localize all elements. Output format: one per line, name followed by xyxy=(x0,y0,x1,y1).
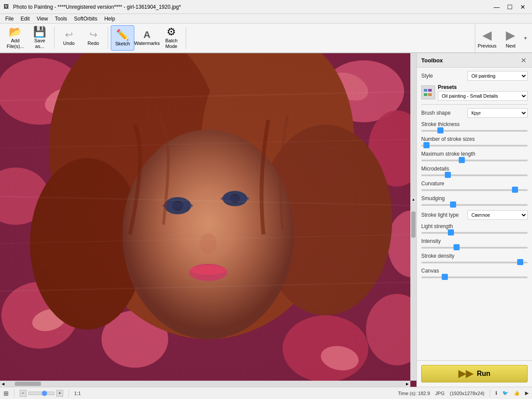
run-icon: ▶▶ xyxy=(458,368,473,379)
stroke-light-type-label: Stroke light type xyxy=(421,212,465,218)
canvas-track[interactable] xyxy=(421,276,528,278)
twitter-icon[interactable]: 🐦 xyxy=(502,390,508,396)
stroke-density-track[interactable] xyxy=(421,262,528,263)
max-stroke-length-track[interactable] xyxy=(421,160,528,161)
light-strength-section: Light strength xyxy=(421,223,528,234)
canvas-thumb[interactable] xyxy=(442,274,448,280)
microdetails-track[interactable] xyxy=(421,174,528,176)
menu-softorbits[interactable]: SoftOrbits xyxy=(71,15,101,23)
smudging-track[interactable] xyxy=(421,204,528,206)
num-stroke-sizes-track[interactable] xyxy=(421,145,528,147)
toolbox-close-button[interactable]: ✕ xyxy=(519,56,528,65)
stroke-density-section: Stroke density xyxy=(421,253,528,263)
save-as-button[interactable]: 💾 Save as... xyxy=(28,25,51,51)
previous-icon: ◀ xyxy=(482,28,492,42)
scroll-thumb-horizontal[interactable] xyxy=(15,382,41,386)
canvas-area[interactable]: ▲ ◀ ▶ xyxy=(0,53,416,387)
vertical-scrollbar[interactable]: ▲ xyxy=(410,53,416,381)
stroke-light-type-row: Stroke light type Светлое Тёмное Нет xyxy=(421,210,528,220)
presets-svg xyxy=(423,87,433,98)
stroke-thickness-section: Stroke thickness xyxy=(421,121,528,132)
status-bar: ⊞ − + 1:1 Time (s): 182.9 JPG (1920x1278… xyxy=(0,387,532,399)
undo-icon: ↩ xyxy=(65,30,73,40)
presets-select[interactable]: Oil painting - Small Details Oil paintin… xyxy=(438,91,528,101)
max-stroke-length-section: Maximum stroke length xyxy=(421,151,528,161)
max-stroke-length-label: Maximum stroke length xyxy=(421,151,528,157)
stroke-light-type-select[interactable]: Светлое Тёмное Нет xyxy=(467,210,528,220)
watermarks-button[interactable]: A Watermarks xyxy=(135,25,159,51)
previous-label: Previous xyxy=(478,43,497,48)
svg-rect-43 xyxy=(428,93,432,96)
brush-shape-select[interactable]: Круг Квадрат xyxy=(467,108,528,118)
run-button[interactable]: ▶▶ Run xyxy=(421,365,528,382)
undo-button[interactable]: ↩ Undo xyxy=(57,25,81,51)
max-stroke-length-thumb[interactable] xyxy=(459,157,465,163)
menu-help[interactable]: Help xyxy=(101,15,119,23)
batch-mode-button[interactable]: ⚙ Batch Mode xyxy=(160,25,183,51)
zoom-out-button[interactable]: − xyxy=(20,390,27,397)
toolbox-content: Style Oil painting Watercolor Pencil ske… xyxy=(417,68,532,360)
zoom-slider-thumb[interactable] xyxy=(42,391,47,396)
num-stroke-sizes-label: Number of stroke sizes xyxy=(421,136,528,142)
zoom-control: − + xyxy=(20,390,63,397)
batch-mode-label: Batch Mode xyxy=(165,38,177,49)
toolbar-separator-1 xyxy=(54,27,55,49)
status-sep-1 xyxy=(14,389,14,397)
menu-edit[interactable]: Edit xyxy=(17,15,33,23)
menu-tools[interactable]: Tools xyxy=(51,15,71,23)
save-as-label: Save as... xyxy=(34,38,45,49)
menu-file[interactable]: File xyxy=(2,15,17,23)
stroke-thickness-thumb[interactable] xyxy=(437,127,443,133)
scroll-up-arrow[interactable]: ▲ xyxy=(410,197,416,203)
stroke-thickness-track[interactable] xyxy=(421,130,528,132)
next-button[interactable]: ▶ Next xyxy=(499,23,522,53)
light-strength-track[interactable] xyxy=(421,232,528,234)
curvature-thumb[interactable] xyxy=(512,187,518,193)
light-strength-label: Light strength xyxy=(421,223,528,229)
num-stroke-sizes-thumb[interactable] xyxy=(423,142,430,148)
toolbox-header: Toolbox ✕ xyxy=(417,53,532,68)
sketch-label: Sketch xyxy=(115,41,130,46)
title-bar: 🖼 Photo to Painting - ****Unregistered v… xyxy=(0,0,532,14)
curvature-track[interactable] xyxy=(421,189,528,191)
add-files-button[interactable]: 📂 Add File(s)... xyxy=(3,25,27,51)
style-row: Style Oil painting Watercolor Pencil ske… xyxy=(421,71,528,81)
minimize-button[interactable]: — xyxy=(491,1,502,13)
zoom-in-button[interactable]: + xyxy=(56,390,63,397)
light-strength-thumb[interactable] xyxy=(448,229,454,235)
sketch-icon: ✏️ xyxy=(116,30,129,40)
add-files-icon: 📂 xyxy=(9,27,22,37)
intensity-thumb[interactable] xyxy=(454,244,460,250)
zoom-slider-track[interactable] xyxy=(28,392,55,395)
sketch-button[interactable]: ✏️ Sketch xyxy=(111,25,134,51)
youtube-icon[interactable]: ▶ xyxy=(525,390,529,396)
menu-view[interactable]: View xyxy=(33,15,51,23)
facebook-icon[interactable]: 👍 xyxy=(514,390,520,396)
save-as-icon: 💾 xyxy=(33,27,46,37)
microdetails-thumb[interactable] xyxy=(445,172,451,178)
scroll-right-arrow[interactable]: ▶ xyxy=(404,381,410,387)
style-select[interactable]: Oil painting Watercolor Pencil sketch xyxy=(467,71,528,81)
run-section: ▶▶ Run xyxy=(417,360,532,387)
canvas-label: Canvas xyxy=(421,268,528,274)
maximize-button[interactable]: ☐ xyxy=(504,1,515,13)
redo-button[interactable]: ↪ Redo xyxy=(82,25,105,51)
stroke-density-thumb[interactable] xyxy=(517,259,523,265)
toolbox-title: Toolbox xyxy=(421,57,443,64)
smudging-thumb[interactable] xyxy=(450,201,456,208)
horizontal-scrollbar[interactable]: ◀ ▶ xyxy=(0,381,410,387)
stroke-density-label: Stroke density xyxy=(421,253,528,259)
divider-1 xyxy=(421,104,528,105)
status-sep-3 xyxy=(490,389,490,397)
scroll-left-arrow[interactable]: ◀ xyxy=(0,381,6,387)
scroll-thumb-vertical[interactable] xyxy=(411,211,416,238)
nav-expander[interactable]: ▼ xyxy=(522,23,529,53)
fit-window-status: ⊞ xyxy=(3,390,9,397)
next-label: Next xyxy=(506,43,516,48)
svg-rect-40 xyxy=(424,89,427,92)
main-area: ▲ ◀ ▶ Toolbox ✕ Style Oil painting Water… xyxy=(0,53,532,387)
close-button[interactable]: ✕ xyxy=(517,1,529,13)
info-icon[interactable]: ℹ xyxy=(495,390,497,396)
intensity-track[interactable] xyxy=(421,247,528,249)
previous-button[interactable]: ◀ Previous xyxy=(475,23,499,53)
